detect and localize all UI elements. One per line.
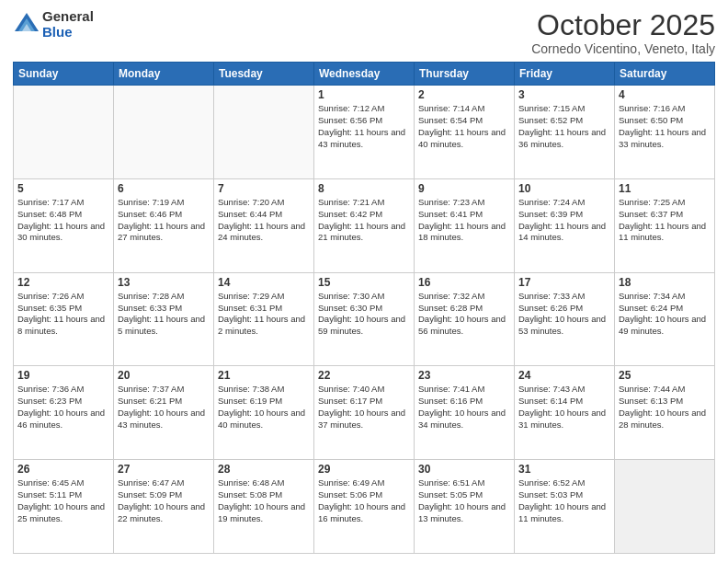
day-info: Sunrise: 7:32 AM Sunset: 6:28 PM Dayligh… <box>418 291 510 338</box>
day-info: Sunrise: 7:21 AM Sunset: 6:42 PM Dayligh… <box>318 197 410 244</box>
col-monday: Monday <box>114 63 214 86</box>
logo-blue-text: Blue <box>42 25 94 40</box>
day-number: 27 <box>118 463 210 476</box>
calendar-header-row: Sunday Monday Tuesday Wednesday Thursday… <box>14 63 715 86</box>
day-number: 19 <box>17 369 109 382</box>
table-row: 2Sunrise: 7:14 AM Sunset: 6:54 PM Daylig… <box>415 86 515 179</box>
table-row: 23Sunrise: 7:41 AM Sunset: 6:16 PM Dayli… <box>415 366 515 460</box>
day-number: 26 <box>17 463 109 476</box>
table-row: 4Sunrise: 7:16 AM Sunset: 6:50 PM Daylig… <box>615 86 715 179</box>
col-sunday: Sunday <box>14 63 114 86</box>
calendar-week-3: 12Sunrise: 7:26 AM Sunset: 6:35 PM Dayli… <box>14 272 715 366</box>
table-row: 27Sunrise: 6:47 AM Sunset: 5:09 PM Dayli… <box>114 460 214 554</box>
day-number: 7 <box>218 182 310 195</box>
day-number: 6 <box>118 182 210 195</box>
day-number: 17 <box>518 276 610 289</box>
logo-text: General Blue <box>42 9 94 40</box>
day-info: Sunrise: 7:24 AM Sunset: 6:39 PM Dayligh… <box>518 197 610 244</box>
col-friday: Friday <box>515 63 615 86</box>
day-info: Sunrise: 7:30 AM Sunset: 6:30 PM Dayligh… <box>318 291 410 338</box>
day-number: 29 <box>318 463 410 476</box>
day-info: Sunrise: 7:34 AM Sunset: 6:24 PM Dayligh… <box>619 291 711 338</box>
day-number: 15 <box>318 276 410 289</box>
day-info: Sunrise: 7:26 AM Sunset: 6:35 PM Dayligh… <box>17 291 109 338</box>
table-row: 1Sunrise: 7:12 AM Sunset: 6:56 PM Daylig… <box>314 86 415 179</box>
day-number: 18 <box>619 276 711 289</box>
day-info: Sunrise: 7:33 AM Sunset: 6:26 PM Dayligh… <box>518 291 610 338</box>
table-row <box>114 86 214 179</box>
day-number: 2 <box>418 88 510 101</box>
day-info: Sunrise: 6:51 AM Sunset: 5:05 PM Dayligh… <box>418 477 510 524</box>
col-wednesday: Wednesday <box>314 63 415 86</box>
day-info: Sunrise: 7:37 AM Sunset: 6:21 PM Dayligh… <box>118 384 210 431</box>
calendar-week-1: 1Sunrise: 7:12 AM Sunset: 6:56 PM Daylig… <box>14 86 715 179</box>
day-info: Sunrise: 7:16 AM Sunset: 6:50 PM Dayligh… <box>619 103 711 150</box>
table-row: 18Sunrise: 7:34 AM Sunset: 6:24 PM Dayli… <box>615 272 715 366</box>
table-row: 19Sunrise: 7:36 AM Sunset: 6:23 PM Dayli… <box>14 366 114 460</box>
col-saturday: Saturday <box>615 63 715 86</box>
day-info: Sunrise: 6:49 AM Sunset: 5:06 PM Dayligh… <box>318 477 410 524</box>
day-info: Sunrise: 7:17 AM Sunset: 6:48 PM Dayligh… <box>17 197 109 244</box>
table-row: 25Sunrise: 7:44 AM Sunset: 6:13 PM Dayli… <box>615 366 715 460</box>
table-row: 31Sunrise: 6:52 AM Sunset: 5:03 PM Dayli… <box>515 460 615 554</box>
logo-general-text: General <box>42 9 94 25</box>
table-row: 21Sunrise: 7:38 AM Sunset: 6:19 PM Dayli… <box>214 366 314 460</box>
day-number: 25 <box>619 369 711 382</box>
table-row: 7Sunrise: 7:20 AM Sunset: 6:44 PM Daylig… <box>214 178 314 272</box>
table-row: 3Sunrise: 7:15 AM Sunset: 6:52 PM Daylig… <box>515 86 615 179</box>
day-number: 4 <box>619 88 711 101</box>
day-info: Sunrise: 7:38 AM Sunset: 6:19 PM Dayligh… <box>218 384 310 431</box>
day-number: 3 <box>518 88 610 101</box>
day-info: Sunrise: 7:28 AM Sunset: 6:33 PM Dayligh… <box>118 291 210 338</box>
col-thursday: Thursday <box>415 63 515 86</box>
calendar-week-5: 26Sunrise: 6:45 AM Sunset: 5:11 PM Dayli… <box>14 460 715 554</box>
day-info: Sunrise: 7:14 AM Sunset: 6:54 PM Dayligh… <box>418 103 510 150</box>
day-info: Sunrise: 7:15 AM Sunset: 6:52 PM Dayligh… <box>518 103 610 150</box>
col-tuesday: Tuesday <box>214 63 314 86</box>
calendar-week-4: 19Sunrise: 7:36 AM Sunset: 6:23 PM Dayli… <box>14 366 715 460</box>
table-row: 26Sunrise: 6:45 AM Sunset: 5:11 PM Dayli… <box>14 460 114 554</box>
table-row <box>615 460 715 554</box>
table-row: 5Sunrise: 7:17 AM Sunset: 6:48 PM Daylig… <box>14 178 114 272</box>
logo: General Blue <box>13 9 94 40</box>
day-number: 30 <box>418 463 510 476</box>
month-title: October 2025 <box>531 9 715 41</box>
day-info: Sunrise: 7:43 AM Sunset: 6:14 PM Dayligh… <box>518 384 610 431</box>
day-number: 20 <box>118 369 210 382</box>
table-row: 13Sunrise: 7:28 AM Sunset: 6:33 PM Dayli… <box>114 272 214 366</box>
day-number: 28 <box>218 463 310 476</box>
day-number: 9 <box>418 182 510 195</box>
logo-icon <box>13 11 40 39</box>
day-info: Sunrise: 7:12 AM Sunset: 6:56 PM Dayligh… <box>318 103 410 150</box>
table-row: 9Sunrise: 7:23 AM Sunset: 6:41 PM Daylig… <box>415 178 515 272</box>
table-row: 12Sunrise: 7:26 AM Sunset: 6:35 PM Dayli… <box>14 272 114 366</box>
day-number: 5 <box>17 182 109 195</box>
table-row: 14Sunrise: 7:29 AM Sunset: 6:31 PM Dayli… <box>214 272 314 366</box>
table-row: 22Sunrise: 7:40 AM Sunset: 6:17 PM Dayli… <box>314 366 415 460</box>
table-row: 16Sunrise: 7:32 AM Sunset: 6:28 PM Dayli… <box>415 272 515 366</box>
header-right: October 2025 Cornedo Vicentino, Veneto, … <box>531 9 715 56</box>
table-row: 20Sunrise: 7:37 AM Sunset: 6:21 PM Dayli… <box>114 366 214 460</box>
day-info: Sunrise: 6:48 AM Sunset: 5:08 PM Dayligh… <box>218 477 310 524</box>
table-row: 17Sunrise: 7:33 AM Sunset: 6:26 PM Dayli… <box>515 272 615 366</box>
day-number: 16 <box>418 276 510 289</box>
calendar-week-2: 5Sunrise: 7:17 AM Sunset: 6:48 PM Daylig… <box>14 178 715 272</box>
table-row <box>214 86 314 179</box>
day-number: 24 <box>518 369 610 382</box>
calendar-table: Sunday Monday Tuesday Wednesday Thursday… <box>13 62 715 554</box>
day-number: 13 <box>118 276 210 289</box>
location: Cornedo Vicentino, Veneto, Italy <box>531 41 715 56</box>
day-number: 14 <box>218 276 310 289</box>
day-info: Sunrise: 7:19 AM Sunset: 6:46 PM Dayligh… <box>118 197 210 244</box>
table-row: 10Sunrise: 7:24 AM Sunset: 6:39 PM Dayli… <box>515 178 615 272</box>
day-info: Sunrise: 7:23 AM Sunset: 6:41 PM Dayligh… <box>418 197 510 244</box>
day-number: 1 <box>318 88 410 101</box>
table-row: 29Sunrise: 6:49 AM Sunset: 5:06 PM Dayli… <box>314 460 415 554</box>
header: General Blue October 2025 Cornedo Vicent… <box>13 9 715 56</box>
table-row: 8Sunrise: 7:21 AM Sunset: 6:42 PM Daylig… <box>314 178 415 272</box>
day-info: Sunrise: 7:44 AM Sunset: 6:13 PM Dayligh… <box>619 384 711 431</box>
day-info: Sunrise: 7:25 AM Sunset: 6:37 PM Dayligh… <box>619 197 711 244</box>
table-row: 6Sunrise: 7:19 AM Sunset: 6:46 PM Daylig… <box>114 178 214 272</box>
day-info: Sunrise: 6:45 AM Sunset: 5:11 PM Dayligh… <box>17 477 109 524</box>
day-number: 8 <box>318 182 410 195</box>
